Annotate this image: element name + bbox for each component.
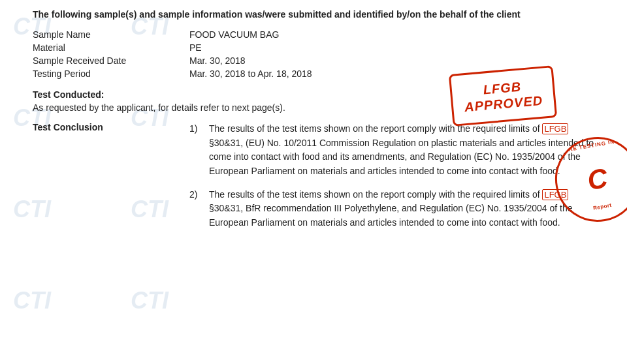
conclusion-items: 1)The results of the test items shown on… bbox=[189, 122, 594, 239]
lfgb-stamp: LFGB APPROVED bbox=[449, 65, 557, 127]
intro-heading: The following sample(s) and sample infor… bbox=[33, 8, 594, 22]
test-conclusion-label: Test Conclusion bbox=[33, 122, 183, 239]
sample-info-label: Material bbox=[33, 41, 189, 54]
conclusion-num: 1) bbox=[189, 122, 202, 179]
watermark-8: CTI bbox=[131, 287, 169, 314]
sample-info-label: Sample Name bbox=[33, 28, 189, 41]
conclusion-item: 1)The results of the test items shown on… bbox=[189, 122, 594, 179]
cti-big-letter: C bbox=[585, 164, 610, 195]
conclusion-num: 2) bbox=[189, 188, 202, 230]
sample-info-value: FOOD VACUUM BAG bbox=[189, 28, 594, 41]
conclusion-text: The results of the test items shown on t… bbox=[209, 122, 594, 179]
sample-info-value: PE bbox=[189, 41, 594, 54]
sample-info-label: Sample Received Date bbox=[33, 54, 189, 67]
sample-info-row: Sample NameFOOD VACUUM BAG bbox=[33, 28, 594, 41]
lfgb-inline-badge: LFGB bbox=[542, 123, 568, 134]
sample-info-label: Testing Period bbox=[33, 67, 189, 80]
intro-heading-text: The following sample(s) and sample infor… bbox=[33, 9, 521, 20]
sample-info-value: Mar. 30, 2018 bbox=[189, 54, 594, 67]
sample-info-row: Sample Received DateMar. 30, 2018 bbox=[33, 54, 594, 67]
test-conclusion-section: Test Conclusion 1)The results of the tes… bbox=[33, 122, 594, 239]
watermark-7: CTI bbox=[13, 287, 51, 314]
lfgb-stamp-area: LFGB APPROVED bbox=[451, 70, 555, 122]
conclusion-item: 2)The results of the test items shown on… bbox=[189, 188, 594, 230]
lfgb-stamp-text: LFGB APPROVED bbox=[451, 76, 555, 115]
sample-info-row: MaterialPE bbox=[33, 41, 594, 54]
conclusion-text: The results of the test items shown on t… bbox=[209, 188, 594, 230]
